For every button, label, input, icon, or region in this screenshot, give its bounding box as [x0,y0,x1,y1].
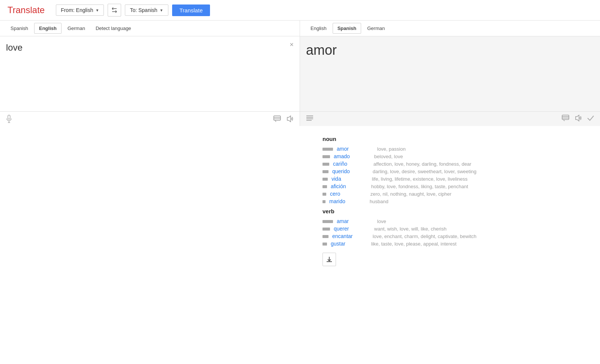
output-feedback-icon [562,115,569,121]
list-icon [306,115,314,121]
swap-icon [111,7,118,13]
dict-meanings: love [377,219,386,224]
from-language-dropdown[interactable]: From: English ▼ [56,4,104,16]
input-tab-german[interactable]: German [63,23,90,33]
dict-meanings: love, passion [377,146,406,152]
dict-word[interactable]: afición [331,183,368,189]
dict-entry: encantar love, enchant, charm, delight, … [322,233,600,239]
dict-bar [322,155,330,158]
input-text[interactable]: love [6,42,294,102]
dict-bar [322,243,327,246]
dict-entry: cero zero, nil, nothing, naught, love, c… [322,191,600,197]
output-tab-spanish[interactable]: Spanish [333,23,362,34]
dict-entry: querer want, wish, love, will, like, che… [322,226,600,232]
input-tab-english[interactable]: English [34,23,62,34]
dict-word[interactable]: marido [329,198,367,204]
microphone-icon [6,115,12,123]
from-language-label: From: English [61,7,93,13]
svg-rect-3 [274,116,280,120]
dict-bar [322,200,326,203]
input-tab-spanish[interactable]: Spanish [6,23,33,33]
from-dropdown-arrow: ▼ [96,8,99,12]
output-tab-english[interactable]: English [306,23,331,33]
to-language-label: To: Spanish [130,7,157,13]
dict-word[interactable]: querido [332,168,370,174]
dict-word[interactable]: amor [337,146,374,152]
dict-meanings: husband [370,199,388,204]
dict-entry: amor love, passion [322,146,600,152]
check-icon [587,115,594,121]
input-toolbar [0,111,300,126]
sound-icon [286,115,294,122]
dict-word[interactable]: amado [334,153,371,159]
svg-rect-7 [306,115,313,116]
output-sound-icon [574,115,582,121]
main-panels: love × [0,36,600,126]
dict-word[interactable]: vida [332,176,369,182]
dict-entries-verb: amar lovequerer want, wish, love, will, … [322,218,600,247]
input-tabs-panel: Spanish English German Detect language [0,21,300,36]
input-tab-detect[interactable]: Detect language [91,23,136,33]
output-feedback-button[interactable] [562,115,569,121]
dict-meanings: darling, love, desire, sweetheart, lover… [373,169,477,174]
output-area: amor [300,36,600,111]
dict-meanings: love, enchant, charm, delight, captivate… [373,234,477,239]
to-dropdown-arrow: ▼ [160,8,164,12]
to-language-dropdown[interactable]: To: Spanish ▼ [125,4,168,16]
dict-entry: afición hobby, love, fondness, liking, t… [322,183,600,189]
svg-rect-8 [306,117,313,118]
svg-marker-14 [576,115,579,121]
dict-word[interactable]: encantar [332,233,370,239]
dict-bar [322,193,326,196]
dict-meanings: like, taste, love, please, appeal, inter… [371,241,457,247]
dict-bar [322,148,333,151]
sound-button[interactable] [286,115,294,122]
app-title: Translate [8,5,45,15]
microphone-button[interactable] [6,115,12,123]
input-area: love × [0,36,300,111]
svg-rect-11 [562,115,569,120]
output-toolbar-right [562,115,594,121]
output-text: amor [306,42,594,58]
dict-meanings: beloved, love [374,154,403,159]
dict-entry: querido darling, love, desire, sweethear… [322,168,600,174]
output-sound-button[interactable] [574,115,582,121]
check-button[interactable] [587,115,594,121]
tabs-row: Spanish English German Detect language E… [0,21,600,36]
clear-button[interactable]: × [290,41,294,49]
output-panel: amor [300,36,600,126]
download-icon [326,256,332,262]
dict-meanings: life, living, lifetime, existence, love,… [372,176,468,182]
dict-pos-verb: verb [322,208,600,214]
dict-entry: amado beloved, love [322,153,600,159]
dict-entry: marido husband [322,198,600,204]
dict-word[interactable]: cariño [333,161,370,167]
dict-word[interactable]: amar [337,218,374,224]
dict-word[interactable]: querer [334,226,371,232]
list-button[interactable] [306,115,314,121]
svg-rect-9 [306,118,313,119]
output-tab-german[interactable]: German [363,23,389,33]
dict-meanings: zero, nil, nothing, naught, love, cipher [370,191,452,197]
dict-word[interactable]: gustar [331,241,368,247]
dict-entry: gustar like, taste, love, please, appeal… [322,241,600,247]
feedback-icon [273,115,281,122]
svg-rect-0 [8,115,10,119]
dict-entries-noun: amor love, passionamado beloved, lovecar… [322,146,600,204]
translate-button[interactable]: Translate [172,4,210,16]
header: Translate From: English ▼ To: Spanish ▼ … [0,0,600,21]
dict-pos-noun: noun [322,136,600,142]
input-toolbar-right [273,115,294,122]
download-button[interactable] [322,253,336,266]
dict-word[interactable]: cero [330,191,368,197]
swap-languages-button[interactable] [108,4,121,16]
input-panel: love × [0,36,300,126]
dict-bar [322,235,328,238]
output-tabs-panel: English Spanish German [300,21,600,36]
svg-rect-10 [306,120,312,121]
dict-bar [322,170,328,173]
dictionary-section: nounamor love, passionamado beloved, lov… [300,126,600,272]
dict-meanings: hobby, love, fondness, liking, taste, pe… [371,184,468,189]
feedback-button[interactable] [273,115,281,122]
dict-meanings: affection, love, honey, darling, fondnes… [374,161,471,167]
